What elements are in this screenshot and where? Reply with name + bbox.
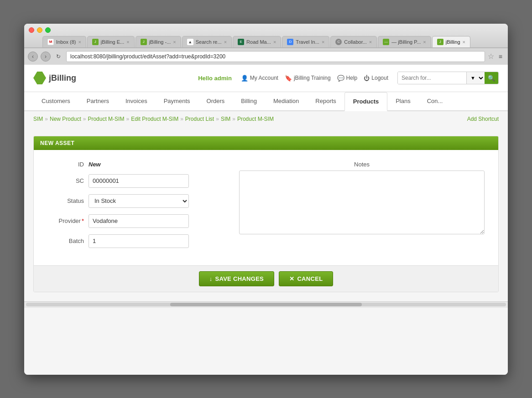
logo-text: jBilling [49, 73, 76, 83]
app-topnav: jBilling Hello admin 👤My Account🔖jBillin… [24, 65, 508, 92]
window-controls [29, 27, 503, 33]
tab-favicon-jbillingp: — [383, 39, 389, 45]
nav-item-billing[interactable]: Billing [233, 92, 265, 111]
status-row: Status In StockAvailableReservedRetired [47, 194, 221, 208]
url-input[interactable] [66, 51, 485, 62]
nav-item-products[interactable]: Products [344, 92, 387, 111]
back-button[interactable]: ‹ [28, 52, 38, 62]
topnav-link-account[interactable]: 👤My Account [241, 75, 278, 82]
maximize-button[interactable] [45, 27, 51, 33]
nav-item-conf[interactable]: Con... [419, 92, 451, 111]
main-content: NEW ASSET ID New SC Status [24, 127, 508, 301]
browser-window: MInbox (8)×JjBilling E...×JjBilling -...… [24, 24, 508, 375]
nav-item-mediation[interactable]: Mediation [265, 92, 307, 111]
topnav-link-icon-training: 🔖 [285, 75, 292, 82]
topnav-link-icon-help: 💬 [337, 75, 344, 82]
save-label: SAVE CHANGES [215, 275, 264, 282]
tab-label-road: Road Ma... [246, 39, 271, 45]
notes-textarea[interactable] [239, 171, 485, 234]
search-dropdown[interactable]: ▼ [466, 72, 485, 84]
nav-item-payments[interactable]: Payments [156, 92, 198, 111]
form-fields: ID New SC Status In StockAvailableReserv… [47, 161, 221, 254]
sc-input[interactable] [89, 174, 189, 188]
tab-close-jbilling1[interactable]: × [126, 39, 129, 45]
status-select[interactable]: In StockAvailableReservedRetired [89, 194, 189, 208]
cancel-button[interactable]: ✕ CANCEL [279, 271, 333, 286]
tab-label-collab: Collabor... [344, 39, 367, 45]
breadcrumb-separator: » [216, 116, 219, 122]
breadcrumb-item-new-product[interactable]: New Product [50, 116, 81, 122]
save-button[interactable]: ↓ SAVE CHANGES [199, 271, 274, 286]
browser-tab-jbilling2[interactable]: JjBilling -...× [136, 36, 181, 47]
scrollbar-thumb[interactable] [170, 303, 362, 306]
menu-icon[interactable]: ≡ [497, 53, 504, 60]
breadcrumb-item-sim2[interactable]: SIM [221, 116, 230, 122]
breadcrumb-item-product-list[interactable]: Product List [185, 116, 214, 122]
browser-tab-search[interactable]: ▲Search re...× [182, 36, 232, 47]
tab-close-gmail[interactable]: × [78, 39, 81, 45]
browser-titlebar: MInbox (8)×JjBilling E...×JjBilling -...… [24, 24, 508, 48]
topnav-link-logout[interactable]: ⏻Logout [364, 75, 388, 82]
nav-item-reports[interactable]: Reports [307, 92, 344, 111]
form-card: NEW ASSET ID New SC Status [33, 136, 499, 292]
tab-label-travel: Travel In... [296, 39, 319, 45]
topnav-link-label-logout: Logout [371, 75, 388, 81]
tab-favicon-road: E [238, 39, 244, 45]
tab-close-road[interactable]: × [273, 39, 276, 45]
browser-tab-collab[interactable]: CCollabor...× [330, 36, 377, 47]
breadcrumb-item-sim1[interactable]: SIM [33, 116, 43, 122]
tab-close-search[interactable]: × [224, 39, 227, 45]
status-label: Status [47, 197, 84, 204]
topnav-link-training[interactable]: 🔖jBilling Training [285, 75, 331, 82]
refresh-button[interactable]: ↻ [53, 52, 63, 62]
topnav-link-label-training: jBilling Training [294, 75, 331, 81]
search-input[interactable] [398, 72, 466, 84]
batch-input[interactable] [89, 234, 189, 248]
app-logo: jBilling [33, 72, 76, 84]
form-card-body: ID New SC Status In StockAvailableReserv… [34, 150, 498, 265]
nav-item-plans[interactable]: Plans [387, 92, 419, 111]
provider-input[interactable] [89, 214, 189, 228]
forward-button[interactable]: › [41, 52, 51, 62]
browser-tab-jbilling1[interactable]: JjBilling E...× [87, 36, 135, 47]
breadcrumb-separator: » [180, 116, 183, 122]
browser-tab-gmail[interactable]: MInbox (8)× [42, 36, 86, 47]
close-button[interactable] [29, 27, 34, 33]
nav-item-invoices[interactable]: Invoices [117, 92, 156, 111]
nav-item-partners[interactable]: Partners [78, 92, 117, 111]
browser-tab-jbillingactive[interactable]: JjBilling× [432, 36, 470, 47]
sc-label: SC [47, 177, 84, 184]
minimize-button[interactable] [37, 27, 42, 33]
tab-close-travel[interactable]: × [322, 39, 324, 45]
scrollbar-track[interactable] [26, 303, 506, 306]
tab-favicon-collab: C [335, 39, 342, 45]
breadcrumb-item-product-msim[interactable]: Product M-SIM [88, 116, 124, 122]
browser-tab-road[interactable]: ERoad Ma...× [233, 36, 281, 47]
topnav-link-label-help: Help [346, 75, 358, 81]
topnav-link-help[interactable]: 💬Help [337, 75, 358, 82]
browser-tabs: MInbox (8)×JjBilling E...×JjBilling -...… [42, 36, 503, 47]
tab-favicon-gmail: M [47, 39, 54, 45]
scrollbar-area [24, 301, 508, 308]
breadcrumb-action[interactable]: Add Shortcut [467, 116, 499, 122]
nav-item-orders[interactable]: Orders [198, 92, 233, 111]
breadcrumb-item-edit-product[interactable]: Edit Product M-SIM [131, 116, 178, 122]
tab-close-jbillingp[interactable]: × [423, 39, 426, 45]
address-bar-row: ‹ › ↻ ☆ ≡ [24, 48, 508, 65]
tab-close-collab[interactable]: × [369, 39, 372, 45]
tab-label-jbilling1: jBilling E... [101, 39, 124, 45]
form-section-title: NEW ASSET [34, 136, 498, 150]
tab-close-jbillingactive[interactable]: × [463, 39, 465, 45]
tab-favicon-travel: D [287, 39, 293, 45]
batch-row: Batch [47, 234, 221, 248]
breadcrumb: SIM»New Product»Product M-SIM»Edit Produ… [24, 111, 508, 127]
browser-tab-travel[interactable]: DTravel In...× [282, 36, 329, 47]
browser-tab-jbillingp[interactable]: —— jBilling P...× [378, 36, 431, 47]
search-button[interactable]: 🔍 [485, 72, 498, 84]
breadcrumb-item-product-msim2[interactable]: Product M-SIM [237, 116, 274, 122]
bookmark-icon[interactable]: ☆ [488, 52, 494, 61]
nav-item-customers[interactable]: Customers [33, 92, 78, 111]
tab-close-jbilling2[interactable]: × [173, 39, 176, 45]
topnav-links: 👤My Account🔖jBilling Training💬Help⏻Logou… [241, 75, 388, 82]
app-content: jBilling Hello admin 👤My Account🔖jBillin… [24, 65, 508, 375]
